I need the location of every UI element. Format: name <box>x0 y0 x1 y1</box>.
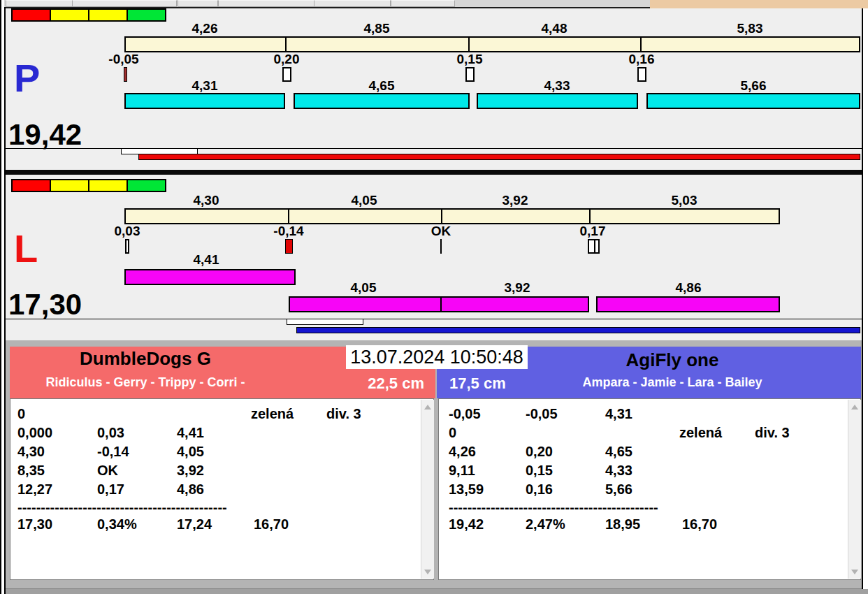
lane-l-reference-split-bar <box>124 208 780 224</box>
table-left-cell: 12,27 <box>17 481 52 497</box>
table-right-cell: zelená <box>679 425 722 440</box>
toolbar-strip <box>4 0 650 8</box>
lane-p-deviation-label: 0,16 <box>629 52 655 66</box>
lane-l-reference-split-label: 4,05 <box>352 194 377 208</box>
chevron-down-icon <box>851 570 858 574</box>
lane-l-deviation-label: -0,14 <box>273 224 303 238</box>
table-right-cell: 16,70 <box>682 516 717 532</box>
desktop-area <box>650 0 868 8</box>
lane-p-deviation-marker <box>465 67 475 82</box>
team-right-dogs: Ampara - Jamie - Lara - Bailey <box>463 375 861 390</box>
table-right-cell: 4,65 <box>605 444 632 459</box>
lane-p-reference-split-label: 4,48 <box>542 22 567 36</box>
lane-l-fault-scale-block-1 <box>50 179 89 192</box>
table-right-cell: -0,05 <box>526 406 558 421</box>
lane-l-fault-scale-block-2 <box>88 179 128 192</box>
table-right-cell: 4,31 <box>605 406 632 421</box>
toolbar-segment[interactable] <box>72 0 177 7</box>
table-left-cell: 17,24 <box>177 516 212 532</box>
lane-p-total-time: 19,42 <box>8 120 82 150</box>
panel-divider <box>6 170 862 175</box>
table-right-cell: 4,33 <box>605 463 632 478</box>
lane-l-deviation-label: 0,03 <box>115 224 140 238</box>
lane-l-deviation-marker-divider <box>594 240 595 252</box>
table-right-cell: div. 3 <box>755 425 790 440</box>
lane-l-progress-marker-box <box>287 319 363 325</box>
team-left-height-class: 22,5 cm <box>368 375 424 393</box>
table-right-cell: 2,47% <box>526 516 565 532</box>
table-left-cell: -0,14 <box>97 444 129 459</box>
scroll-down-button[interactable] <box>848 566 861 577</box>
lane-l-run-split-bar <box>289 296 442 312</box>
toolbar-segment[interactable] <box>391 0 455 7</box>
scroll-down-button[interactable] <box>421 566 434 577</box>
table-left-cell: 4,41 <box>177 425 204 440</box>
window-border-right <box>862 8 863 589</box>
table-left-cell: 8,35 <box>17 463 45 478</box>
lane-p-deviation-label: 0,20 <box>274 52 300 66</box>
table-left-cell: 3,92 <box>177 463 204 478</box>
table-left-cell: 0,17 <box>97 481 124 497</box>
lane-p-reference-split-tick <box>285 36 287 52</box>
table-right-cell: ----------------------------------------… <box>449 500 658 515</box>
scroll-up-button[interactable] <box>421 401 434 412</box>
lane-l-fault-scale-block-0 <box>11 179 51 192</box>
chevron-up-icon <box>851 405 858 410</box>
table-left-cell: 4,86 <box>177 481 204 497</box>
lane-p-reference-split-tick <box>640 36 642 52</box>
toolbar-segment[interactable] <box>218 0 314 7</box>
lane-l-reference-split-label: 4,30 <box>194 194 219 208</box>
bottom-band <box>6 580 862 589</box>
lane-l-run-split-label: 3,92 <box>505 281 530 295</box>
table-right-cell: 5,66 <box>605 481 632 497</box>
table-left-cell: 17,30 <box>17 516 52 532</box>
lane-p-fault-scale-block-0 <box>11 8 51 22</box>
lane-l-reference-split-tick <box>589 208 591 224</box>
table-right-cell: -0,05 <box>449 406 481 421</box>
table-left-cell: 4,30 <box>17 444 45 459</box>
lane-l-run-split-bar <box>124 269 296 285</box>
lane-p-run-split-label: 5,66 <box>741 79 767 93</box>
lane-p-reference-split-bar <box>124 36 860 52</box>
chevron-down-icon <box>424 570 431 574</box>
table-left-cell: 0,34% <box>97 516 137 532</box>
lane-l-total-time: 17,30 <box>8 290 82 319</box>
lane-p-run-split-label: 4,31 <box>192 79 218 93</box>
lane-l-run-split-bar <box>440 296 589 312</box>
lane-p-reference-split-tick <box>468 36 470 52</box>
table-left-scrollbar[interactable] <box>421 400 434 579</box>
result-table-right: -0,05-0,054,310zelenádiv. 34,260,204,659… <box>438 398 861 580</box>
toolbar-segment[interactable] <box>178 0 218 7</box>
table-right-scrollbar[interactable] <box>848 400 861 579</box>
toolbar-segment[interactable] <box>6 0 73 7</box>
table-left-cell: zelená <box>251 406 294 421</box>
lane-p-reference-split-label: 4,26 <box>192 22 218 36</box>
lane-l-reference-split-tick <box>441 208 442 224</box>
window-bottom-edge <box>6 589 868 594</box>
table-left-cell: 16,70 <box>254 516 289 532</box>
table-right-cell: 4,26 <box>449 444 476 459</box>
lane-l-reference-split-label: 5,03 <box>672 194 697 208</box>
team-left-name: DumbleDogs G <box>10 348 281 370</box>
table-left-cell: 0,03 <box>97 425 124 440</box>
lane-l-progress-bar <box>296 327 860 333</box>
lane-p-run-split-bar <box>477 93 638 109</box>
lane-p-run-split-bar <box>646 93 860 109</box>
lane-l-run-split-label: 4,41 <box>194 253 219 267</box>
table-right-cell: 13,59 <box>449 481 484 497</box>
panel-l-background <box>6 175 862 340</box>
result-table-left: 0zelenádiv. 30,0000,034,414,30-0,144,058… <box>10 398 434 580</box>
lane-p-deviation-marker <box>282 67 291 82</box>
table-right-cell: 9,11 <box>449 463 475 478</box>
scroll-up-button[interactable] <box>848 401 861 412</box>
team-left-dogs: Ridiculus - Gerry - Trippy - Corri - <box>10 375 281 390</box>
toolbar-segment[interactable] <box>314 0 391 7</box>
table-left-cell: ----------------------------------------… <box>17 500 227 515</box>
lane-p-run-split-label: 4,65 <box>369 79 395 93</box>
lane-l-run-split-bar <box>596 296 780 312</box>
panel-p-background <box>6 8 862 170</box>
lane-p-deviation-marker <box>637 67 646 82</box>
lane-p-run-split-bar <box>294 93 470 109</box>
lane-l-reference-split-tick <box>288 208 289 224</box>
lane-p-run-split-label: 4,33 <box>544 79 570 93</box>
